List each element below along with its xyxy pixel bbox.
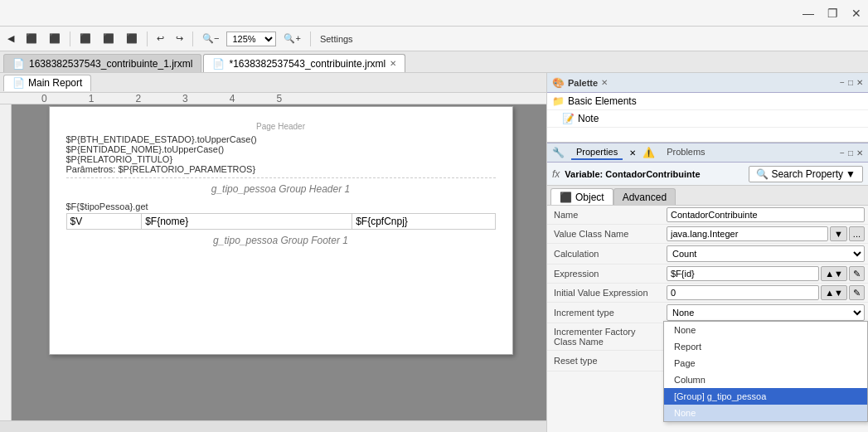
prop-btn-expr[interactable]: ▲▼ [821,266,847,281]
toolbar-btn-zoom-out[interactable]: 🔍− [198,31,223,46]
data-cell-2: $F{cpfCnpj} [352,214,494,229]
zoom-select[interactable]: 75% 100% 125% 150% 200% [226,32,276,46]
prop-select-inctype[interactable]: None Report Page Column [Group] g_tipo_p… [667,304,865,321]
prop-row-calc: Calculation Count [547,244,868,265]
palette-icon: 🎨 [552,77,565,89]
palette-close-btn[interactable]: ✕ [856,78,863,87]
obj-adv-tabs: ⬛ Object Advanced [547,186,868,206]
tab-object[interactable]: ⬛ Object [550,188,613,205]
tab-file-1[interactable]: 📄 1638382537543_contribuinte_1.jrxml [3,54,201,72]
toolbar-btn-redo[interactable]: ↪ [172,31,187,46]
palette-section-label-2: Note [578,113,599,124]
toolbar-btn-3[interactable]: ⬛ [45,31,65,46]
tab-label-1: 1638382537543_contribuinte_1.jrxml [29,58,192,70]
canvas-area[interactable]: Page Header $P{BTH_ENTIDADE_ESTADO}.toUp… [0,104,546,420]
separator-4 [310,32,311,46]
page-header-section: Page Header $P{BTH_ENTIDADE_ESTADO}.toUp… [66,115,496,178]
props-header: 🔧 Properties ✕ ⚠️ Problems − □ ✕ [547,143,868,163]
prop-value-calc: Count [663,244,868,265]
palette-section-basic[interactable]: 📁 Basic Elements [547,93,868,110]
ruler-horizontal: 0 1 2 3 4 5 [0,93,546,104]
separator-3 [192,32,193,46]
prop-label-calc: Calculation [547,244,663,265]
report-tab-icon: 📄 [12,77,25,89]
props-tab-problems[interactable]: Problems [662,145,710,160]
data-cell-0: $V [67,214,143,229]
palette-folder-icon: 📁 [552,95,565,107]
object-icon: ⬛ [560,192,572,203]
main-report-tab[interactable]: 📄 Main Report [3,75,91,91]
close-btn[interactable]: ✕ [851,7,861,20]
report-tab-label: Main Report [28,77,82,89]
prop-row-ive: Initial Value Expression ▲▼ ✎ [547,284,868,303]
palette-title: Palette [568,78,598,88]
minimize-btn[interactable]: — [803,7,814,20]
prop-label-expr: Expression [547,265,663,284]
prop-label-name: Name [547,206,663,225]
dropdown-item-column[interactable]: Column [664,371,867,388]
maximize-btn[interactable]: ❐ [827,7,838,20]
expr-1: $P{BTH_ENTIDADE_ESTADO}.toUpperCase() [66,134,496,144]
variable-header: fx Variable: ContadorContribuinte 🔍 Sear… [547,163,868,186]
props-min-btn[interactable]: − [840,148,845,158]
group-header: g_tipo_pessoa Group Header 1 [66,178,496,200]
ruler-vertical [0,104,12,420]
canvas-scrollbar-h[interactable] [0,420,546,432]
toolbar-btn-6[interactable]: ⬛ [122,31,142,46]
palette-min-btn[interactable]: − [840,78,845,87]
tab-close-2[interactable]: ✕ [390,59,396,68]
props-close-btn[interactable]: ✕ [856,148,863,158]
toolbar-btn-1[interactable]: ◀ [3,31,18,46]
settings-button[interactable]: Settings [316,32,357,46]
report-tab-bar: 📄 Main Report [0,73,546,93]
prop-label-inctype: Increment type [547,303,663,323]
palette-content: 📁 Basic Elements 📝 Note [547,93,868,143]
dropdown-item-page[interactable]: Page [664,355,867,371]
prop-value-ive: ▲▼ ✎ [663,284,868,303]
dropdown-item-report[interactable]: Report [664,338,867,355]
tab-bar: 📄 1638382537543_contribuinte_1.jrxml 📄 *… [0,51,868,73]
tab-file-2[interactable]: 📄 *1638382537543_contribuinte.jrxml ✕ [203,54,405,72]
variable-title: Variable: ContadorContribuinte [565,169,700,179]
palette-max-btn[interactable]: □ [848,78,853,87]
toolbar-btn-4[interactable]: ⬛ [75,31,95,46]
toolbar-btn-undo[interactable]: ↩ [153,31,168,46]
prop-input-expr[interactable] [667,266,819,281]
prop-btn-vcn[interactable]: ▼ [830,226,847,241]
props-controls: − □ ✕ [840,148,863,158]
data-cell-1: $F{nome} [142,214,352,229]
detail-row-label: $F{$tipoPessoa}.get [66,200,496,213]
prop-btn-vcn2[interactable]: ... [849,226,865,241]
prop-value-inctype: None Report Page Column [Group] g_tipo_p… [663,303,868,323]
report-page: Page Header $P{BTH_ENTIDADE_ESTADO}.toUp… [49,106,513,355]
props-max-btn[interactable]: □ [848,148,853,158]
prop-input-name[interactable] [667,207,865,222]
prop-input-vcn[interactable] [667,226,828,241]
dropdown-item-none1[interactable]: None [664,322,867,338]
problems-icon: ⚠️ [643,147,655,158]
prop-input-ive[interactable] [667,285,819,300]
props-tab-properties[interactable]: Properties [571,145,623,160]
prop-btn-expr2[interactable]: ✎ [849,266,865,281]
toolbar-btn-2[interactable]: ⬛ [22,31,41,46]
window-bar: — ❐ ✕ [0,0,868,27]
expr-3: $P{RELATORIO_TITULO} [66,154,496,164]
palette-header: 🎨 Palette ✕ − □ ✕ [547,73,868,93]
palette-section-note[interactable]: 📝 Note [547,110,868,128]
toolbar-btn-zoom-in[interactable]: 🔍+ [279,31,304,46]
main-toolbar: ◀ ⬛ ⬛ ⬛ ⬛ ⬛ ↩ ↪ 🔍− 75% 100% 125% 150% 20… [0,27,868,51]
tab-advanced[interactable]: Advanced [613,188,676,205]
prop-row-expr: Expression ▲▼ ✎ [547,265,868,284]
prop-row-inctype: Increment type None Report Page Column [… [547,303,868,323]
prop-value-vcn: ▼ ... [663,225,868,244]
prop-select-calc[interactable]: Count [667,245,865,262]
palette-note-icon: 📝 [562,113,575,124]
dropdown-item-none2[interactable]: None [664,405,867,421]
search-property-button[interactable]: 🔍 Search Property ▼ [749,166,863,182]
dropdown-item-group[interactable]: [Group] g_tipo_pessoa [664,388,867,405]
prop-label-ifcn: Incrementer Factory Class Name [547,323,663,351]
prop-btn-ive2[interactable]: ✎ [849,285,865,300]
toolbar-btn-5[interactable]: ⬛ [99,31,119,46]
prop-btn-ive[interactable]: ▲▼ [821,285,847,300]
params-text: Parâmetros: $P{RELATORIO_PARAMETROS} [66,164,496,174]
